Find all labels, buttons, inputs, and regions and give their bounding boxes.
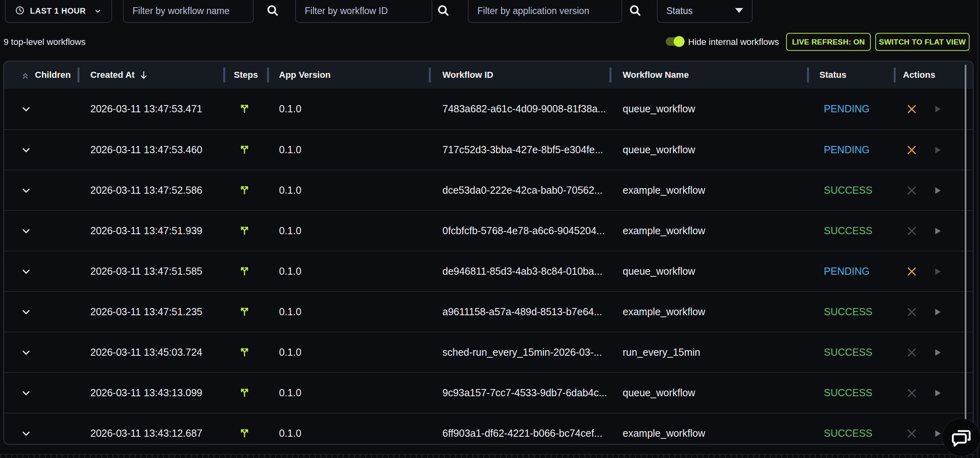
chat-widget-button[interactable] — [943, 419, 980, 456]
replay-workflow-button[interactable] — [931, 386, 944, 400]
replay-workflow-button[interactable] — [931, 305, 944, 319]
switch-flat-view-button[interactable]: SWITCH TO FLAT VIEW — [875, 33, 970, 51]
hide-internal-toggle[interactable] — [666, 37, 684, 46]
children-cell — [4, 373, 78, 413]
workflow-steps-icon[interactable] — [238, 223, 251, 235]
cancel-workflow-button[interactable] — [905, 346, 919, 359]
replay-workflow-button[interactable] — [931, 265, 944, 278]
search-workflow-id-button[interactable] — [434, 2, 452, 19]
table-row[interactable]: 2026-03-11 13:43:12.687 0.1.0 6ff903a1-d… — [4, 413, 973, 445]
table-row[interactable]: 2026-03-11 13:47:52.586 0.1.0 dce53da0-2… — [4, 170, 973, 210]
steps-cell — [224, 211, 268, 251]
dropdown-caret-icon — [735, 8, 743, 13]
column-header-workflow-name[interactable]: Workflow Name — [610, 61, 808, 89]
cancel-workflow-button[interactable] — [905, 184, 919, 197]
time-range-button[interactable]: LAST 1 HOUR — [5, 0, 112, 23]
cancel-workflow-button[interactable] — [905, 386, 919, 400]
cancel-workflow-button[interactable] — [905, 305, 919, 319]
workflow-steps-icon[interactable] — [238, 385, 251, 397]
workflow-steps-icon[interactable] — [238, 304, 251, 316]
status-cell: SUCCESS — [808, 373, 894, 413]
replay-workflow-button[interactable] — [931, 184, 944, 197]
table-row[interactable]: 2026-03-11 13:47:53.460 0.1.0 717c52d3-3… — [4, 129, 973, 170]
column-header-steps[interactable]: Steps — [224, 61, 268, 89]
column-header-created-at[interactable]: Created At — [78, 61, 224, 89]
expand-row-icon[interactable] — [20, 266, 32, 277]
status-cell: SUCCESS — [808, 170, 894, 210]
expand-row-icon[interactable] — [20, 103, 32, 115]
column-header-workflow-id[interactable]: Workflow ID — [430, 61, 610, 89]
status-badge: PENDING — [808, 265, 870, 277]
status-badge: PENDING — [808, 103, 870, 115]
workflow-steps-icon[interactable] — [238, 344, 251, 357]
play-icon — [932, 266, 943, 277]
status-cell: SUCCESS — [808, 413, 894, 445]
search-workflow-name-button[interactable] — [264, 2, 281, 19]
column-header-actions[interactable]: Actions — [894, 61, 973, 89]
column-header-children[interactable]: Children — [4, 61, 78, 89]
replay-workflow-button[interactable] — [931, 346, 944, 359]
column-header-app-version[interactable]: App Version — [268, 61, 430, 89]
expand-row-icon[interactable] — [20, 185, 32, 196]
workflow-name-cell: example_workflow — [610, 211, 808, 251]
expand-row-icon[interactable] — [20, 225, 32, 237]
collapse-all-icon[interactable] — [20, 70, 30, 80]
workflow-steps-icon[interactable] — [238, 263, 251, 276]
steps-cell — [224, 251, 268, 291]
filter-workflow-name-input[interactable]: Filter by workflow name — [123, 0, 254, 23]
actions-cell — [894, 292, 973, 332]
created-at-cell: 2026-03-11 13:45:03.724 — [78, 332, 224, 372]
cancel-x-icon — [906, 184, 918, 197]
actions-cell — [894, 130, 973, 170]
cancel-x-icon — [906, 144, 918, 156]
play-icon — [932, 307, 943, 317]
status-cell: PENDING — [808, 89, 894, 129]
right-edge-line — [977, 0, 978, 458]
expand-row-icon[interactable] — [20, 306, 32, 318]
filter-workflow-id-input[interactable]: Filter by workflow ID — [295, 0, 432, 23]
cancel-x-icon — [906, 428, 918, 440]
workflow-name-cell: queue_workflow — [610, 373, 808, 413]
table-row[interactable]: 2026-03-11 13:47:51.939 0.1.0 0fcbfcfb-5… — [4, 210, 973, 251]
workflow-steps-icon[interactable] — [238, 101, 251, 113]
table-row[interactable]: 2026-03-11 13:47:51.235 0.1.0 a9611158-a… — [4, 291, 973, 332]
expand-row-icon[interactable] — [20, 428, 32, 439]
live-refresh-button[interactable]: LIVE REFRESH: ON — [786, 33, 871, 51]
status-badge: SUCCESS — [808, 306, 872, 318]
cancel-workflow-button[interactable] — [905, 143, 919, 157]
replay-workflow-button[interactable] — [931, 427, 944, 440]
cancel-workflow-button[interactable] — [905, 265, 919, 278]
cancel-workflow-button[interactable] — [905, 427, 919, 440]
expand-row-icon[interactable] — [20, 387, 32, 399]
column-header-status[interactable]: Status — [808, 61, 894, 89]
replay-workflow-button[interactable] — [931, 102, 944, 116]
cancel-workflow-button[interactable] — [905, 224, 919, 238]
table-scrollbar[interactable] — [965, 65, 966, 442]
children-cell — [4, 413, 78, 445]
expand-row-icon[interactable] — [20, 347, 32, 358]
table-row[interactable]: 2026-03-11 13:47:51.585 0.1.0 de946811-8… — [4, 251, 973, 291]
play-icon — [932, 428, 943, 439]
status-cell: PENDING — [808, 251, 894, 291]
status-cell: SUCCESS — [808, 332, 894, 372]
cancel-workflow-button[interactable] — [905, 102, 919, 116]
chat-icon — [951, 427, 972, 448]
table-row[interactable]: 2026-03-11 13:47:53.471 0.1.0 7483a682-a… — [4, 89, 973, 129]
replay-workflow-button[interactable] — [931, 224, 944, 238]
expand-row-icon[interactable] — [20, 144, 32, 156]
app-version-cell: 0.1.0 — [268, 211, 430, 251]
status-filter-dropdown[interactable]: Status — [657, 0, 753, 23]
workflow-id-cell: de946811-85d3-4ab3-8c84-010ba... — [430, 251, 610, 291]
workflow-steps-icon[interactable] — [238, 182, 251, 195]
workflow-steps-icon[interactable] — [238, 425, 251, 438]
filter-app-version-input[interactable]: Filter by application version — [468, 0, 622, 23]
search-app-version-button[interactable] — [626, 2, 644, 19]
table-row[interactable]: 2026-03-11 13:45:03.724 0.1.0 sched-run_… — [4, 332, 973, 372]
table-row[interactable]: 2026-03-11 13:43:13.099 0.1.0 9c93a157-7… — [4, 372, 973, 413]
workflows-table: Children Created At Steps App Version Wo… — [3, 61, 974, 445]
workflow-steps-icon[interactable] — [238, 142, 251, 154]
steps-cell — [224, 130, 268, 170]
replay-workflow-button[interactable] — [931, 143, 944, 157]
table-header: Children Created At Steps App Version Wo… — [4, 61, 973, 89]
status-cell: SUCCESS — [808, 211, 894, 251]
